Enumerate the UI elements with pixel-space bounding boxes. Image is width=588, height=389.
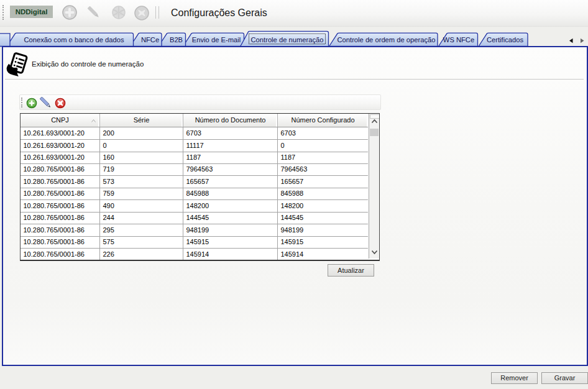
svg-text:Envio de E-mail: Envio de E-mail: [192, 36, 241, 43]
svg-text:WS NFCe: WS NFCe: [443, 36, 474, 43]
svg-text:NFCe: NFCe: [141, 36, 159, 43]
svg-text:Controle de numeração: Controle de numeração: [251, 36, 324, 43]
svg-text:Controle de ordem de operação: Controle de ordem de operação: [338, 36, 436, 43]
svg-text:B2B: B2B: [170, 36, 183, 43]
svg-text:Certificados: Certificados: [487, 36, 523, 43]
svg-text:Conexão com o banco de dados: Conexão com o banco de dados: [24, 36, 124, 43]
